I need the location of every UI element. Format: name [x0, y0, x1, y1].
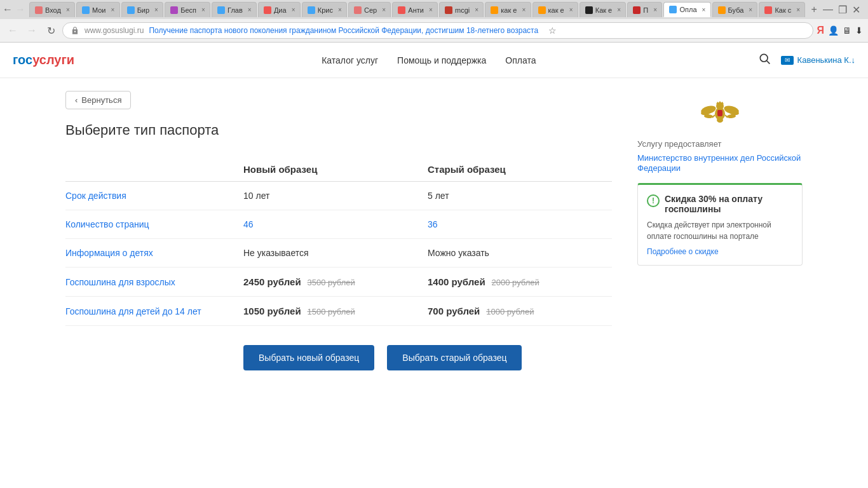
nav-back-icon[interactable]: ←	[3, 4, 13, 15]
svg-rect-14	[717, 110, 722, 116]
svg-line-1	[766, 61, 770, 64]
user-menu[interactable]: ✉ Кавенькина К.↓	[781, 55, 855, 65]
tab-kris[interactable]: Крис ×	[302, 2, 347, 17]
logo[interactable]: госуслуги	[13, 53, 74, 67]
restore-icon[interactable]: ❐	[838, 4, 847, 16]
tab-vhod[interactable]: Вход ×	[29, 2, 75, 17]
row-new-value: Не указывается	[243, 239, 428, 268]
extension-icon-1[interactable]: 👤	[828, 25, 839, 36]
tab-close-icon[interactable]: ×	[522, 6, 526, 13]
back-button[interactable]: ←	[5, 23, 20, 38]
tab-label: mcgi	[455, 6, 470, 14]
tab-kak2[interactable]: как е ×	[532, 2, 578, 17]
tab-ser[interactable]: Сер ×	[348, 2, 391, 17]
discount-link[interactable]: Подробнее о скидке	[647, 247, 719, 256]
tab-dia[interactable]: Диа ×	[258, 2, 301, 17]
nav-forward-icon[interactable]: →	[15, 4, 25, 15]
tab-bar-actions: — ❐ ✕	[823, 4, 865, 16]
tab-close-icon[interactable]: ×	[154, 6, 158, 13]
tab-besp[interactable]: Бесп ×	[165, 2, 210, 17]
tab-close-icon[interactable]: ×	[429, 6, 433, 13]
tab-close-icon[interactable]: ×	[569, 6, 573, 13]
back-label: Вернуться	[81, 95, 121, 105]
tab-p[interactable]: П ×	[627, 2, 662, 17]
old-price-old: 1000 рублей	[486, 307, 534, 316]
pages-new-link[interactable]: 46	[243, 219, 254, 229]
tab-moi[interactable]: Мои ×	[76, 2, 120, 17]
row-new-price: 1050 рублей 1500 рублей	[243, 297, 428, 326]
tab-close-icon[interactable]: ×	[382, 6, 386, 13]
nav-help[interactable]: Помощь и поддержка	[397, 55, 486, 65]
tab-buba[interactable]: Буба ×	[712, 2, 758, 17]
logo-uslugi: услуги	[32, 53, 74, 67]
tab-close-icon[interactable]: ×	[749, 6, 752, 13]
new-tab-button[interactable]: +	[806, 2, 822, 17]
row-old-value[interactable]: 36	[428, 210, 612, 239]
tab-mcgi[interactable]: mcgi ×	[439, 2, 484, 17]
back-button[interactable]: ‹ Вернуться	[65, 91, 131, 109]
tab-label: Буба	[728, 6, 744, 14]
header-search: ✉ Кавенькина К.↓	[758, 52, 855, 68]
tab-close-icon[interactable]: ×	[475, 6, 478, 13]
forward-button[interactable]: →	[24, 23, 39, 38]
tab-close-icon[interactable]: ×	[248, 6, 252, 13]
sidebar-provider-link[interactable]: Министерство внутренних дел Российской Ф…	[637, 153, 801, 173]
tab-close-icon[interactable]: ×	[702, 6, 706, 13]
tab-close-icon[interactable]: ×	[796, 6, 800, 13]
table-row: Госпошлина для взрослых 2450 рублей 3500…	[65, 268, 612, 297]
new-price-current: 1050 рублей	[243, 306, 301, 316]
select-new-button[interactable]: Выбрать новый образец	[243, 345, 374, 370]
refresh-button[interactable]: ↻	[43, 23, 58, 38]
nav-catalog[interactable]: Каталог услуг	[322, 55, 378, 65]
tab-glav[interactable]: Глав ×	[212, 2, 257, 17]
row-new-value[interactable]: 46	[243, 210, 428, 239]
row-new-value: 10 лет	[243, 182, 428, 210]
extension-icon-2[interactable]: 🖥	[843, 25, 851, 36]
row-old-value: 5 лет	[428, 182, 612, 210]
tab-close-icon[interactable]: ×	[66, 6, 70, 13]
tab-close-icon[interactable]: ×	[617, 6, 621, 13]
table-row: Количество страниц 46 36	[65, 210, 612, 239]
tab-anti[interactable]: Анти ×	[392, 2, 438, 17]
row-label: Информация о детях	[65, 239, 243, 268]
tab-kak1[interactable]: как е ×	[485, 2, 531, 17]
ministry-logo	[637, 91, 803, 132]
svg-line-16	[725, 115, 728, 118]
svg-line-15	[712, 115, 715, 118]
back-arrow-icon: ‹	[75, 95, 78, 105]
pages-old-link[interactable]: 36	[428, 219, 438, 229]
tab-label: П	[643, 6, 648, 14]
download-icon[interactable]: ⬇	[855, 25, 863, 36]
tab-label: Вход	[45, 6, 61, 14]
tab-close-icon[interactable]: ×	[111, 6, 115, 13]
col-label-header	[65, 158, 243, 182]
yandex-icon[interactable]: Я	[817, 25, 825, 36]
tab-kaks[interactable]: Как с ×	[759, 2, 805, 17]
tab-opla[interactable]: Опла ×	[663, 2, 710, 17]
row-label: Срок действия	[65, 182, 243, 210]
address-title: Получение паспорта нового поколения граж…	[149, 26, 538, 35]
user-name: Кавенькина К.↓	[797, 55, 855, 65]
tab-bir[interactable]: Бир ×	[121, 2, 164, 17]
tab-close-icon[interactable]: ×	[338, 6, 342, 13]
discount-box: ! Скидка 30% на оплату госпошлины Скидка…	[637, 183, 803, 266]
tab-close-icon[interactable]: ×	[201, 6, 205, 13]
bookmark-icon[interactable]: ☆	[548, 25, 557, 36]
nav-payment[interactable]: Оплата	[505, 55, 536, 65]
tab-close-icon[interactable]: ×	[292, 6, 295, 13]
new-price-old: 3500 рублей	[308, 278, 355, 287]
select-old-button[interactable]: Выбрать старый образец	[387, 345, 522, 370]
tab-label: Бир	[137, 6, 149, 14]
close-icon[interactable]: ✕	[852, 4, 860, 16]
tab-kak3[interactable]: Как е ×	[580, 2, 627, 17]
logo-gos: гос	[13, 53, 32, 67]
tab-close-icon[interactable]: ×	[653, 6, 657, 13]
svg-point-0	[760, 54, 768, 62]
action-buttons: Выбрать новый образец Выбрать старый обр…	[65, 345, 612, 370]
lock-icon	[71, 26, 79, 35]
table-row: Госпошлина для детей до 14 лет 1050 рубл…	[65, 297, 612, 326]
row-old-price: 700 рублей 1000 рублей	[428, 297, 612, 326]
address-input[interactable]: www.gosuslugi.ru Получение паспорта ново…	[62, 22, 813, 39]
minimize-icon[interactable]: —	[823, 4, 833, 15]
search-icon[interactable]	[758, 52, 771, 68]
